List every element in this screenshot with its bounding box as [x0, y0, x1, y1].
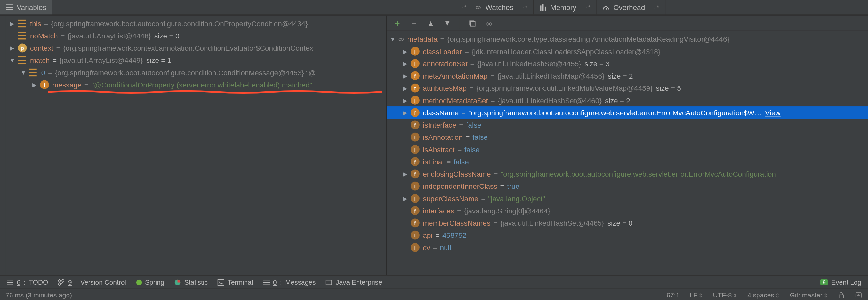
- expand-arrow[interactable]: ▶: [9, 45, 16, 51]
- move-down-button[interactable]: ▼: [443, 19, 452, 28]
- watch-classname[interactable]: ▶ f className= "org.springframework.boot…: [387, 106, 868, 118]
- object-icon: [18, 32, 27, 39]
- collapse-arrow[interactable]: ▼: [9, 57, 16, 63]
- debug-tab-bar: Variables →* ∞ Watches →* Memory →* Over…: [0, 0, 868, 15]
- field-icon: f: [411, 59, 420, 68]
- svg-rect-5: [545, 7, 546, 10]
- indent-setting[interactable]: 4 spaces⇕: [747, 291, 780, 299]
- git-branch[interactable]: Git: master⇕: [789, 291, 828, 299]
- glasses-icon[interactable]: ∞: [485, 19, 494, 28]
- var-match[interactable]: ▼ match = {java.util.ArrayList@4449} siz…: [5, 54, 386, 66]
- expand-arrow[interactable]: ▶: [402, 97, 408, 104]
- expand-arrow[interactable]: ▶: [402, 195, 408, 201]
- watch-cv[interactable]: f cv= null: [387, 241, 868, 253]
- expand-arrow[interactable]: ▶: [9, 20, 16, 27]
- tab-memory[interactable]: Memory →*: [533, 0, 597, 15]
- param-icon: p: [18, 44, 27, 53]
- watch-annotationset[interactable]: ▶ f annotationSet= {java.util.LinkedHash…: [387, 57, 868, 70]
- watch-api[interactable]: f api= 458752: [387, 229, 868, 241]
- watch-isfinal[interactable]: f isFinal= false: [387, 156, 868, 168]
- tool-version-control[interactable]: 9: Version Control: [58, 278, 126, 286]
- tool-event-log[interactable]: 9 Event Log: [820, 278, 861, 286]
- move-up-button[interactable]: ▲: [426, 19, 435, 28]
- watch-superclassname[interactable]: ▶ f superClassName= "java.lang.Object": [387, 192, 868, 204]
- var-this[interactable]: ▶ this = {org.springframework.boot.autoc…: [5, 17, 386, 29]
- field-icon: f: [411, 206, 420, 215]
- view-link[interactable]: View: [765, 108, 781, 117]
- field-icon: f: [411, 218, 420, 227]
- line-ending[interactable]: LF⇕: [689, 291, 703, 299]
- expand-arrow[interactable]: ▶: [402, 170, 408, 177]
- remove-watch-button[interactable]: −: [410, 19, 418, 28]
- field-icon: f: [411, 120, 420, 130]
- collapse-arrow[interactable]: ▼: [390, 35, 396, 42]
- watch-metadata[interactable]: ▼ ∞ metadata = {org.springframework.core…: [387, 33, 868, 45]
- file-encoding[interactable]: UTF-8⇕: [713, 291, 737, 299]
- watch-enclosingclassname[interactable]: ▶ f enclosingClassName= "org.springframe…: [387, 168, 868, 180]
- tool-statistic[interactable]: Statistic: [175, 278, 208, 286]
- tool-terminal[interactable]: Terminal: [218, 278, 253, 286]
- field-icon: f: [411, 157, 420, 166]
- svg-point-13: [62, 279, 64, 282]
- list-icon: [263, 279, 270, 285]
- memory-icon: [539, 3, 547, 11]
- expand-arrow[interactable]: ▶: [31, 81, 38, 88]
- field-icon: f: [411, 96, 420, 105]
- expand-arrow[interactable]: ▶: [402, 73, 408, 79]
- var-message[interactable]: ▶ f message = "@ConditionalOnProperty (s…: [5, 79, 386, 91]
- field-icon: f: [411, 47, 420, 56]
- caret-position[interactable]: 67:1: [667, 291, 680, 299]
- pin-icon: →*: [651, 4, 659, 10]
- expand-arrow[interactable]: ▶: [402, 48, 408, 55]
- watch-isinterface[interactable]: f isInterface= false: [387, 118, 868, 131]
- field-icon: f: [411, 243, 420, 252]
- watches-toolbar: + − ▲ ▼ ∞: [387, 16, 868, 31]
- watch-isabstract[interactable]: f isAbstract= false: [387, 143, 868, 156]
- tool-todo[interactable]: 6: TODO: [7, 278, 48, 286]
- ide-icon[interactable]: [855, 291, 862, 299]
- expand-arrow[interactable]: ▶: [402, 85, 408, 91]
- watch-interfaces[interactable]: f interfaces= {java.lang.String[0]@4464}: [387, 204, 868, 217]
- field-icon: f: [411, 133, 420, 142]
- pin-icon: →*: [519, 4, 527, 10]
- var-nomatch[interactable]: noMatch = {java.util.ArrayList@4448} siz…: [5, 29, 386, 42]
- watch-independentinnerclass[interactable]: f independentInnerClass= true: [387, 180, 868, 192]
- watch-memberclassnames[interactable]: f memberClassNames= {java.util.LinkedHas…: [387, 217, 868, 229]
- tab-variables[interactable]: Variables: [0, 0, 53, 15]
- tool-spring[interactable]: Spring: [136, 278, 164, 286]
- tab-watches[interactable]: ∞ Watches →*: [469, 0, 533, 15]
- tab-overhead[interactable]: Overhead →*: [597, 0, 665, 15]
- highlight-underline: [48, 90, 382, 94]
- tool-messages[interactable]: 0: Messages: [263, 278, 316, 286]
- field-icon: f: [411, 231, 420, 240]
- gauge-icon: [602, 3, 610, 11]
- expand-arrow[interactable]: ▶: [402, 60, 408, 67]
- event-count-badge: 9: [820, 279, 828, 285]
- watches-pane: + − ▲ ▼ ∞ ▼ ∞ metadata = {org.springfram…: [387, 16, 868, 275]
- watch-classloader[interactable]: ▶ f classLoader= {jdk.internal.loader.Cl…: [387, 45, 868, 57]
- svg-point-12: [59, 279, 61, 282]
- svg-point-14: [59, 283, 61, 285]
- branch-icon: [58, 279, 65, 285]
- var-context[interactable]: ▶ p context = {org.springframework.conte…: [5, 42, 386, 54]
- pin-icon: →*: [582, 4, 590, 10]
- status-message: 76 ms (3 minutes ago): [5, 291, 72, 299]
- svg-rect-16: [218, 279, 224, 285]
- tab-label: Overhead: [613, 3, 645, 11]
- copy-button[interactable]: [468, 19, 477, 28]
- add-watch-button[interactable]: +: [393, 19, 402, 28]
- object-icon: [18, 20, 27, 27]
- var-match-0[interactable]: ▼ 0 = {org.springframework.boot.autoconf…: [5, 66, 386, 79]
- watch-methodmetadataset[interactable]: ▶ f methodMetadataSet= {java.util.Linked…: [387, 94, 868, 106]
- tab-label: Watches: [486, 3, 514, 11]
- collapse-arrow[interactable]: ▼: [20, 69, 27, 76]
- pie-icon: [175, 279, 181, 285]
- field-icon: f: [411, 108, 420, 117]
- lock-icon[interactable]: [838, 292, 845, 298]
- watch-attributesmap[interactable]: ▶ f attributesMap= {org.springframework.…: [387, 82, 868, 94]
- watch-isannotation[interactable]: f isAnnotation= false: [387, 131, 868, 143]
- tool-java-enterprise[interactable]: Java Enterprise: [326, 278, 382, 286]
- svg-point-23: [858, 294, 860, 296]
- watch-metaannotationmap[interactable]: ▶ f metaAnnotationMap= {java.util.Linked…: [387, 70, 868, 82]
- expand-arrow[interactable]: ▶: [402, 109, 408, 116]
